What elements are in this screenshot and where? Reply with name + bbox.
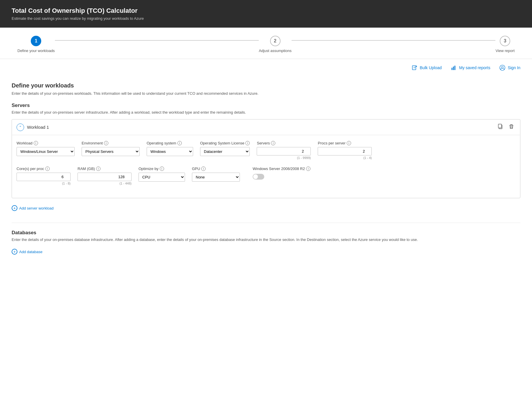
step-3-circle: 3 xyxy=(500,36,510,46)
workload-select[interactable]: Windows/Linux Server Linux Server Window… xyxy=(17,147,75,156)
cores-per-proc-info-icon: i xyxy=(45,167,50,171)
win-server-toggle[interactable] xyxy=(253,174,264,180)
databases-section: Databases Enter the details of your on-p… xyxy=(12,223,520,255)
databases-desc: Enter the details of your on-premises da… xyxy=(12,237,520,242)
svg-rect-7 xyxy=(498,124,502,128)
bulk-upload-button[interactable]: Bulk Upload xyxy=(412,65,442,71)
ram-label: RAM (GB) i xyxy=(78,167,132,171)
servers-count-field: Servers i (1 - 9999) xyxy=(257,141,311,160)
step-1-circle: 1 xyxy=(31,36,41,46)
svg-rect-2 xyxy=(453,67,454,70)
procs-per-server-field: Procs per server i (1 - 4) xyxy=(318,141,372,160)
servers-count-label: Servers i xyxy=(257,141,311,145)
servers-count-info-icon: i xyxy=(271,141,275,145)
step-1-label: Define your workloads xyxy=(17,49,55,53)
optimize-by-field: Optimize by i CPU Memory xyxy=(139,167,185,185)
workload-actions xyxy=(496,123,515,131)
workload-name: Workload 1 xyxy=(27,125,49,130)
step-line-2-3 xyxy=(292,40,496,41)
sign-in-label: Sign In xyxy=(508,65,520,70)
step-2-label: Adjust assumptions xyxy=(259,49,292,53)
bulk-upload-label: Bulk Upload xyxy=(420,65,442,70)
workload-field: Workload i Windows/Linux Server Linux Se… xyxy=(17,141,75,160)
databases-title: Databases xyxy=(12,230,520,236)
toolbar: Bulk Upload My saved reports Sign In xyxy=(0,59,532,76)
cores-per-proc-input[interactable] xyxy=(17,173,71,181)
win-server-label: Windows Server 2008/2008 R2 i xyxy=(253,167,310,171)
gpu-field: GPU i None NVIDIA Tesla K80 NVIDIA Tesla… xyxy=(192,167,240,185)
servers-title: Servers xyxy=(12,103,520,108)
servers-section: Servers Enter the details of your on-pre… xyxy=(12,103,520,211)
saved-reports-button[interactable]: My saved reports xyxy=(451,65,490,71)
cores-per-proc-hint: (1 - 8) xyxy=(17,182,71,185)
workload-label: Workload i xyxy=(17,141,75,145)
servers-count-hint: (1 - 9999) xyxy=(257,156,311,160)
step-line-1-2 xyxy=(55,40,259,41)
os-license-info-icon: i xyxy=(245,141,250,145)
bulk-upload-icon xyxy=(412,65,418,71)
page-header: Total Cost of Ownership (TCO) Calculator… xyxy=(0,0,532,28)
environment-field: Environment i Physical Servers Virtual M… xyxy=(82,141,140,160)
win-server-field: Windows Server 2008/2008 R2 i xyxy=(253,167,310,185)
step-2: 2 Adjust assumptions xyxy=(259,36,292,53)
os-select[interactable]: Windows Linux Red Hat Linux xyxy=(147,147,193,156)
sign-in-icon xyxy=(499,65,505,71)
sign-in-button[interactable]: Sign In xyxy=(499,65,520,71)
page-title: Total Cost of Ownership (TCO) Calculator xyxy=(12,7,520,15)
saved-reports-label: My saved reports xyxy=(459,65,490,70)
step-1: 1 Define your workloads xyxy=(17,36,55,53)
ram-info-icon: i xyxy=(96,167,100,171)
os-field: Operating system i Windows Linux Red Hat… xyxy=(147,141,193,160)
copy-workload-button[interactable] xyxy=(496,123,504,131)
environment-label: Environment i xyxy=(82,141,140,145)
add-database-icon: + xyxy=(12,249,17,255)
copy-icon xyxy=(497,125,503,130)
svg-rect-1 xyxy=(452,68,452,70)
delete-workload-button[interactable] xyxy=(507,123,515,131)
svg-rect-0 xyxy=(412,66,416,70)
add-server-workload-button[interactable]: + Add server workload xyxy=(12,205,54,211)
form-row-2: Core(s) per proc i (1 - 8) RAM (GB) i xyxy=(17,167,515,185)
svg-rect-3 xyxy=(454,66,455,70)
servers-count-input[interactable] xyxy=(257,147,311,155)
add-server-workload-icon: + xyxy=(12,205,17,211)
procs-per-server-input[interactable] xyxy=(318,147,372,155)
step-3: 3 View report xyxy=(495,36,515,53)
saved-reports-icon xyxy=(451,65,457,71)
define-section: Define your workloads Enter the details … xyxy=(12,82,520,96)
optimize-by-select[interactable]: CPU Memory xyxy=(139,173,185,182)
os-license-label: Operating System License i xyxy=(200,141,250,145)
step-3-label: View report xyxy=(495,49,515,53)
chevron-up-icon: ⌃ xyxy=(19,125,22,129)
gpu-select[interactable]: None NVIDIA Tesla K80 NVIDIA Tesla M60 xyxy=(192,173,240,182)
environment-info-icon: i xyxy=(104,141,108,145)
ram-field: RAM (GB) i (1 - 448) xyxy=(78,167,132,185)
workload-form: Workload i Windows/Linux Server Linux Se… xyxy=(12,135,520,198)
svg-point-5 xyxy=(502,66,503,68)
add-database-label: Add database xyxy=(19,250,42,254)
os-info-icon: i xyxy=(177,141,182,145)
workload-header: ⌃ Workload 1 xyxy=(12,119,520,135)
optimize-by-info-icon: i xyxy=(160,167,164,171)
servers-desc: Enter the details of your on-premises se… xyxy=(12,110,520,115)
gpu-info-icon: i xyxy=(201,167,206,171)
define-desc: Enter the details of your on-premises wo… xyxy=(12,91,520,96)
os-label: Operating system i xyxy=(147,141,193,145)
optimize-by-label: Optimize by i xyxy=(139,167,185,171)
trash-icon xyxy=(508,125,514,130)
workload-card: ⌃ Workload 1 xyxy=(12,119,520,198)
workload-header-left: ⌃ Workload 1 xyxy=(17,124,49,131)
page-subtitle: Estimate the cost savings you can realiz… xyxy=(12,16,520,21)
environment-select[interactable]: Physical Servers Virtual Machines Dedica… xyxy=(82,147,140,156)
gpu-label: GPU i xyxy=(192,167,240,171)
collapse-button[interactable]: ⌃ xyxy=(17,124,24,131)
cores-per-proc-label: Core(s) per proc i xyxy=(17,167,71,171)
procs-per-server-info-icon: i xyxy=(347,141,351,145)
os-license-select[interactable]: Datacenter Standard None xyxy=(200,147,250,156)
form-row-1: Workload i Windows/Linux Server Linux Se… xyxy=(17,141,515,160)
cores-per-proc-field: Core(s) per proc i (1 - 8) xyxy=(17,167,71,185)
ram-input[interactable] xyxy=(78,173,132,181)
stepper: 1 Define your workloads 2 Adjust assumpt… xyxy=(0,28,532,59)
add-database-button[interactable]: + Add database xyxy=(12,249,42,255)
ram-hint: (1 - 448) xyxy=(78,182,132,185)
